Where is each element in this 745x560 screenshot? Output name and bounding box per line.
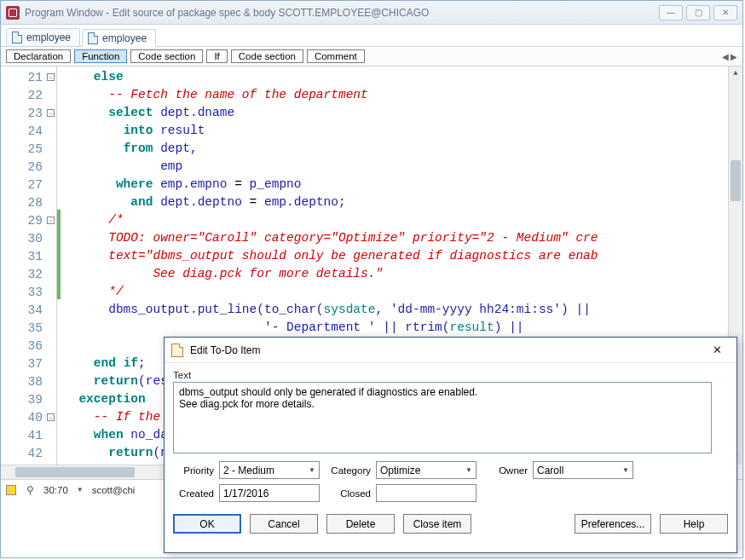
line-number: 34 bbox=[1, 301, 56, 319]
line-number: 32 bbox=[1, 265, 56, 283]
fold-toggle-icon[interactable]: - bbox=[47, 73, 55, 81]
section-function[interactable]: Function bbox=[74, 49, 127, 63]
connection-status: scott@chi bbox=[92, 485, 136, 495]
category-value: Optimize bbox=[380, 465, 420, 476]
section-code-1[interactable]: Code section bbox=[130, 49, 203, 63]
owner-value: Caroll bbox=[537, 465, 563, 476]
line-number: 42 bbox=[1, 444, 56, 462]
line-number: 36 bbox=[1, 337, 56, 355]
tab-employee-1[interactable]: employee bbox=[6, 28, 80, 46]
closed-field[interactable] bbox=[376, 484, 476, 502]
section-declaration[interactable]: Declaration bbox=[6, 49, 71, 63]
titlebar: Program Window - Edit source of package … bbox=[1, 1, 742, 25]
maximize-button[interactable]: ▢ bbox=[686, 5, 710, 20]
chevron-down-icon: ▼ bbox=[309, 466, 315, 474]
line-number: 22 bbox=[1, 86, 56, 104]
code-line[interactable]: -- Fetch the name of the department bbox=[64, 86, 742, 104]
line-number: 23- bbox=[1, 104, 56, 122]
section-if[interactable]: If bbox=[206, 49, 227, 63]
text-label: Text bbox=[173, 370, 728, 380]
chevron-down-icon: ▼ bbox=[622, 466, 629, 474]
category-select[interactable]: Optimize ▼ bbox=[376, 461, 476, 479]
scroll-thumb[interactable] bbox=[731, 160, 741, 201]
created-field[interactable]: 1/17/2016 bbox=[219, 484, 320, 502]
category-label: Category bbox=[325, 465, 371, 476]
close-item-button[interactable]: Close item bbox=[403, 514, 471, 534]
code-line[interactable]: '- Department ' || rtrim(result) || bbox=[64, 319, 742, 337]
chevron-down-icon: ▼ bbox=[465, 466, 472, 474]
created-label: Created bbox=[173, 488, 214, 499]
code-line[interactable]: select dept.dname bbox=[64, 104, 742, 122]
file-tabs: employee employee bbox=[1, 25, 742, 47]
note-icon bbox=[171, 344, 183, 357]
created-value: 1/17/2016 bbox=[223, 488, 269, 499]
code-line[interactable]: else bbox=[64, 68, 742, 86]
line-number: 28 bbox=[1, 193, 56, 211]
tab-label: employee bbox=[102, 32, 147, 44]
code-line[interactable]: TODO: owner="Caroll" category="Optimize"… bbox=[64, 229, 742, 247]
priority-select[interactable]: 2 - Medium ▼ bbox=[219, 461, 320, 479]
code-line[interactable]: */ bbox=[64, 283, 742, 301]
line-number: 35 bbox=[1, 319, 56, 337]
app-icon bbox=[6, 6, 20, 20]
hscroll-thumb[interactable] bbox=[15, 467, 135, 477]
help-button[interactable]: Help bbox=[660, 514, 728, 534]
cursor-position: 30:70 bbox=[43, 485, 68, 495]
closed-label: Closed bbox=[325, 488, 371, 499]
window-title: Program Window - Edit source of package … bbox=[25, 7, 659, 19]
line-number: 21- bbox=[1, 68, 56, 86]
fold-toggle-icon[interactable]: - bbox=[47, 413, 55, 421]
bookmark-icon[interactable]: ⚲ bbox=[25, 484, 35, 496]
line-number: 25 bbox=[1, 140, 56, 158]
line-number: 30 bbox=[1, 229, 56, 247]
section-next-icon[interactable]: ▶ bbox=[731, 52, 737, 61]
minimize-button[interactable]: — bbox=[659, 5, 683, 20]
dialog-titlebar: Edit To-Do Item ✕ bbox=[165, 338, 736, 363]
line-number: 33 bbox=[1, 283, 56, 301]
close-button[interactable]: ✕ bbox=[713, 5, 737, 20]
code-line[interactable]: /* bbox=[64, 211, 742, 229]
tab-employee-2[interactable]: employee bbox=[82, 29, 156, 47]
dropdown-icon[interactable]: ▼ bbox=[77, 486, 84, 494]
code-section-bar: Declaration Function Code section If Cod… bbox=[1, 47, 742, 66]
fold-toggle-icon[interactable]: - bbox=[47, 216, 55, 224]
section-code-2[interactable]: Code section bbox=[231, 49, 303, 63]
section-comment[interactable]: Comment bbox=[307, 49, 365, 63]
window-buttons: — ▢ ✕ bbox=[659, 5, 737, 20]
file-icon bbox=[88, 32, 98, 44]
line-number: 29- bbox=[1, 211, 56, 229]
owner-label: Owner bbox=[482, 465, 528, 476]
line-number: 24 bbox=[1, 122, 56, 140]
code-line[interactable]: emp bbox=[64, 158, 742, 176]
code-line[interactable]: into result bbox=[64, 122, 742, 140]
file-icon bbox=[12, 32, 22, 43]
scroll-up-icon[interactable]: ▲ bbox=[729, 66, 742, 81]
code-line[interactable]: text="dbms_output should only be generat… bbox=[64, 247, 742, 265]
code-line[interactable]: dbms_output.put_line(to_char(sysdate, 'd… bbox=[64, 301, 742, 319]
status-indicator-icon bbox=[6, 485, 16, 495]
tab-label: employee bbox=[26, 32, 71, 43]
priority-value: 2 - Medium bbox=[223, 465, 274, 476]
dialog-title: Edit To-Do Item bbox=[190, 344, 704, 356]
dialog-buttons: OK Cancel Delete Close item Preferences.… bbox=[165, 507, 736, 542]
line-number: 38 bbox=[1, 372, 56, 390]
owner-select[interactable]: Caroll ▼ bbox=[533, 461, 633, 479]
code-line[interactable]: See diag.pck for more details." bbox=[64, 265, 742, 283]
code-line[interactable]: where emp.empno = p_empno bbox=[64, 176, 742, 193]
line-number: 31 bbox=[1, 247, 56, 265]
dialog-close-button[interactable]: ✕ bbox=[704, 340, 730, 361]
ok-button[interactable]: OK bbox=[173, 514, 241, 534]
code-line[interactable]: from dept, bbox=[64, 140, 742, 158]
delete-button[interactable]: Delete bbox=[326, 514, 395, 534]
edit-todo-dialog: Edit To-Do Item ✕ Text Priority 2 - Medi… bbox=[164, 337, 737, 553]
code-line[interactable]: and dept.deptno = emp.deptno; bbox=[64, 193, 742, 211]
fold-toggle-icon[interactable]: - bbox=[47, 109, 55, 117]
gutter: 21-2223-242526272829-3031323334353637383… bbox=[1, 66, 57, 479]
text-field[interactable] bbox=[173, 382, 712, 453]
cancel-button[interactable]: Cancel bbox=[250, 514, 318, 534]
section-prev-icon[interactable]: ◀ bbox=[722, 52, 729, 61]
line-number: 41 bbox=[1, 426, 56, 444]
preferences-button[interactable]: Preferences... bbox=[575, 514, 651, 534]
change-bar bbox=[57, 210, 61, 299]
line-number: 37 bbox=[1, 355, 56, 372]
